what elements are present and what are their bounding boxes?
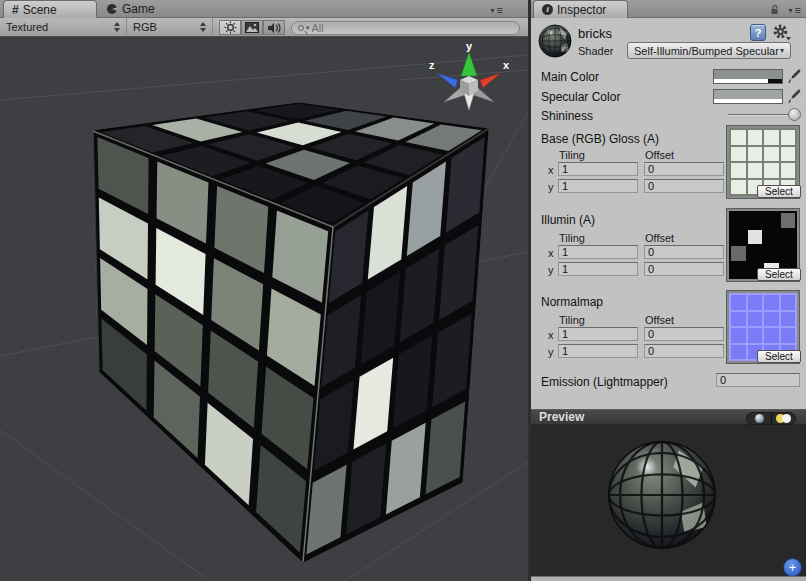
lock-icon[interactable] [770,5,780,15]
tab-inspector-label: Inspector [557,3,606,17]
gizmo-axis-y[interactable]: y [461,40,477,76]
eyedropper-icon[interactable] [788,68,801,84]
tab-game[interactable]: Game [106,0,155,18]
texture-cell [731,312,746,327]
lighting-toggle-icon [776,414,792,423]
skybox-toggle-button[interactable] [241,20,263,35]
texture-cell [748,147,763,162]
textured-cube-object[interactable] [93,103,488,562]
offset-y-input[interactable] [644,262,724,276]
preview-title: Preview [539,410,584,424]
scene-orientation-gizmo[interactable]: y x z [422,38,522,120]
search-input[interactable] [312,22,482,34]
plus-icon: + [789,560,797,575]
texture-cell [764,246,779,261]
updown-arrows-icon [200,22,206,32]
tiling-x-input[interactable] [558,245,638,259]
main-color-swatch[interactable] [713,69,783,84]
tiling-x-input[interactable] [558,327,638,341]
y-row-label: y [548,181,554,193]
texture-cell [764,163,779,178]
texture-cell [748,130,763,145]
preview-controls [746,412,796,425]
shader-dropdown[interactable]: Self-Illumin/Bumped Specular ▾ [627,42,791,59]
texture-cell [748,230,763,245]
scene-search-field[interactable]: ▾ [291,21,520,35]
select-button-label: Select [765,186,793,197]
sun-icon [224,21,237,34]
material-thumbnail[interactable] [538,24,572,58]
preview-mesh-button[interactable] [747,413,771,424]
texture-cell [748,163,763,178]
offset-header: Offset [645,149,674,161]
shininess-label: Shininess [541,109,593,123]
select-texture-button[interactable]: Select [757,350,801,363]
inspector-panel-menu[interactable]: ▾ ≡ [789,4,802,16]
tiling-x-input[interactable] [558,162,638,176]
eyedropper-icon[interactable] [788,88,801,104]
texture-cell [731,163,746,178]
preview-lighting-button[interactable] [771,413,795,424]
audio-toggle-button[interactable] [263,20,285,35]
gizmo-axis-z[interactable]: z [429,59,458,88]
offset-x-input[interactable] [644,245,724,259]
offset-y-input[interactable] [644,344,724,358]
texture-cell [748,312,763,327]
render-mode-value: Textured [6,21,108,33]
tiling-y-input[interactable] [558,179,638,193]
add-button[interactable]: + [783,558,802,577]
tiling-header: Tiling [559,314,585,326]
offset-x-input[interactable] [644,162,724,176]
tiling-y-input[interactable] [558,262,638,276]
gizmo-axis-x[interactable]: x [480,59,510,88]
alpha-bar [714,99,782,103]
tab-inspector[interactable]: i Inspector [533,0,628,18]
texture-cell [781,312,796,327]
chevron-down-icon: ▾ [780,46,784,55]
tiling-y-input[interactable] [558,344,638,358]
specular-color-swatch[interactable] [713,89,783,104]
texture-cell [731,180,746,195]
texture-cell [764,295,779,310]
shininess-slider-thumb[interactable] [788,108,801,121]
preview-area[interactable]: + [531,425,806,576]
help-icon: ? [755,27,762,39]
offset-y-input[interactable] [644,179,724,193]
gizmo-x-label: x [503,59,510,71]
texture-section-label: Normalmap [541,295,603,309]
select-texture-button[interactable]: Select [757,185,801,198]
gizmo-y-label: y [466,40,473,52]
scene-grid-icon: # [12,3,19,17]
channel-dropdown[interactable]: RGB [127,18,213,36]
texture-cell [781,328,796,343]
gear-menu-button[interactable] [772,23,792,42]
chevron-down-icon [786,37,791,41]
preview-header[interactable]: Preview [531,409,806,425]
main-color-label: Main Color [541,70,599,84]
chevron-down-icon: ▾ [491,6,496,15]
texture-cell [764,213,779,228]
select-texture-button[interactable]: Select [757,268,801,281]
emission-input[interactable] [716,373,800,387]
offset-x-input[interactable] [644,327,724,341]
scene-toolbar: Textured RGB [0,18,528,37]
texture-section-label: Illumin (A) [541,213,595,227]
speaker-icon [267,22,281,34]
scene-panel-menu[interactable]: ▾ ≡ [491,4,504,16]
texture-cell [748,246,763,261]
render-mode-dropdown[interactable]: Textured [0,18,127,36]
tab-game-label: Game [122,2,155,16]
unity-editor-window: # Scene Game ▾ ≡ Textured RGB [0,0,806,581]
tab-scene[interactable]: # Scene [3,0,97,18]
texture-cell [781,147,796,162]
texture-cell [764,328,779,343]
lighting-toggle-button[interactable] [219,20,241,35]
hamburger-menu-icon: ≡ [497,4,504,16]
scene-viewport[interactable]: y x z [0,37,528,581]
help-button[interactable]: ? [750,24,766,41]
inspector-tabstrip: i Inspector ▾ ≡ [531,0,806,18]
texture-cell [731,230,746,245]
shader-label: Shader [578,45,613,57]
offset-header: Offset [645,314,674,326]
texture-cell [781,246,796,261]
